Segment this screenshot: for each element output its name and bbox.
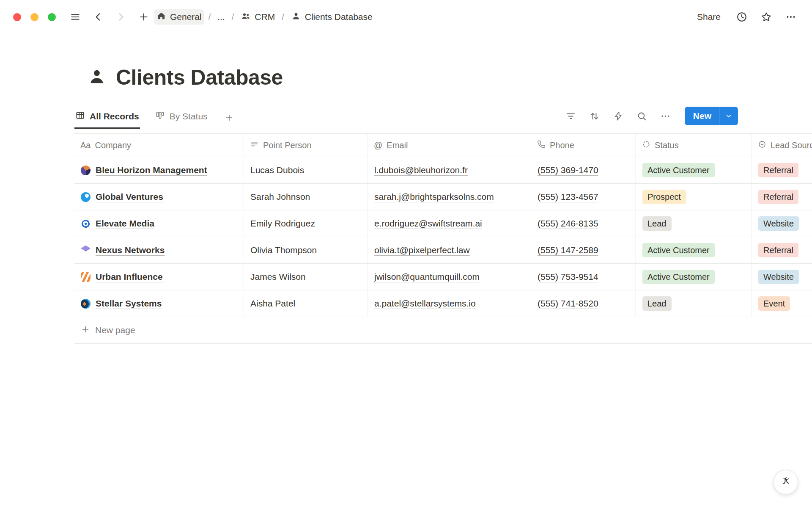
history-icon[interactable] (735, 10, 749, 24)
company-name[interactable]: Stellar Systems (96, 298, 162, 309)
company-cell[interactable]: Elevate Media (74, 210, 244, 237)
point-person-cell[interactable]: Lucas Dubois (244, 157, 368, 183)
filter-icon[interactable] (564, 109, 578, 123)
point-person-cell[interactable]: Emily Rodriguez (244, 210, 368, 237)
status-cell[interactable]: Active Customer (636, 237, 752, 263)
phone-cell[interactable]: (555) 369-1470 (531, 157, 636, 183)
new-button[interactable]: New (685, 107, 719, 125)
email-cell[interactable]: jwilson@quantumquill.com (368, 264, 531, 290)
close-window-button[interactable] (13, 13, 21, 21)
status-tag[interactable]: Active Customer (642, 163, 715, 177)
email-cell[interactable]: l.dubois@bleuhorizon.fr (368, 157, 531, 183)
lead-source-cell[interactable]: Referral (752, 237, 812, 263)
status-cell[interactable]: Lead (636, 210, 752, 237)
more-options-icon[interactable] (784, 10, 798, 24)
email[interactable]: sarah.j@brightsparksolns.com (374, 192, 494, 202)
phone-cell[interactable]: (555) 147-2589 (531, 237, 636, 263)
phone[interactable]: (555) 123-4567 (538, 192, 598, 202)
company-cell[interactable]: Global Ventures (74, 184, 244, 210)
lead-source-tag[interactable]: Referral (758, 163, 798, 177)
column-header-phone[interactable]: Phone (531, 134, 636, 157)
lead-source-cell[interactable]: Website (752, 210, 812, 237)
point-person-cell[interactable]: Sarah Johnson (244, 184, 368, 210)
company-cell[interactable]: Nexus Networks (74, 237, 244, 263)
sort-icon[interactable] (587, 109, 602, 123)
favorite-icon[interactable] (760, 10, 773, 24)
lead-source-tag[interactable]: Website (758, 270, 799, 284)
company-name[interactable]: Global Ventures (96, 192, 163, 202)
column-header-email[interactable]: @ Email (368, 134, 531, 157)
email[interactable]: a.patel@stellarsystems.io (374, 298, 476, 309)
phone[interactable]: (555) 369-1470 (538, 165, 598, 175)
company-name[interactable]: Urban Influence (96, 272, 163, 282)
email[interactable]: l.dubois@bleuhorizon.fr (374, 165, 468, 175)
lead-source-tag[interactable]: Referral (758, 243, 798, 257)
phone[interactable]: (555) 246-8135 (538, 218, 598, 229)
status-cell[interactable]: Active Customer (636, 157, 752, 183)
new-button-dropdown[interactable] (719, 107, 738, 125)
lead-source-cell[interactable]: Event (752, 290, 812, 317)
tab-by-status[interactable]: By Status (154, 107, 208, 129)
company-cell[interactable]: Stellar Systems (74, 290, 244, 317)
column-header-lead-source[interactable]: Lead Source (752, 134, 812, 157)
lead-source-tag[interactable]: Referral (758, 190, 798, 204)
phone[interactable]: (555) 741-8520 (538, 298, 598, 309)
column-header-status[interactable]: Status (636, 134, 752, 157)
status-tag[interactable]: Lead (642, 216, 672, 231)
breadcrumb-ellipsis[interactable]: ... (215, 10, 228, 24)
tab-all-records[interactable]: All Records (74, 107, 140, 129)
company-cell[interactable]: Bleu Horizon Management (74, 157, 244, 183)
status-tag[interactable]: Prospect (642, 190, 686, 204)
forward-icon[interactable] (114, 10, 128, 24)
point-person-cell[interactable]: Olivia Thompson (244, 237, 368, 263)
company-cell[interactable]: Urban Influence (74, 264, 244, 290)
page-icon[interactable] (87, 67, 107, 88)
lead-source-tag[interactable]: Event (758, 296, 790, 311)
zoom-window-button[interactable] (48, 13, 56, 21)
share-button[interactable]: Share (694, 10, 724, 24)
email-cell[interactable]: olivia.t@pixelperfect.law (368, 237, 531, 263)
company-name[interactable]: Nexus Networks (96, 245, 165, 255)
point-person-cell[interactable]: Aisha Patel (244, 290, 368, 317)
new-tab-icon[interactable] (137, 10, 151, 24)
menu-icon[interactable] (69, 10, 82, 24)
lead-source-tag[interactable]: Website (758, 216, 799, 231)
phone-cell[interactable]: (555) 753-9514 (531, 264, 636, 290)
status-tag[interactable]: Lead (642, 296, 672, 311)
phone[interactable]: (555) 753-9514 (538, 272, 598, 282)
add-view-button[interactable] (223, 110, 236, 129)
breadcrumb-crm[interactable]: CRM (238, 9, 277, 25)
email-cell[interactable]: sarah.j@brightsparksolns.com (368, 184, 531, 210)
ai-assistant-button[interactable] (774, 470, 798, 494)
breadcrumb-general[interactable]: General (154, 9, 204, 25)
point-person-cell[interactable]: James Wilson (244, 264, 368, 290)
column-header-point-person[interactable]: Point Person (244, 134, 368, 157)
status-tag[interactable]: Active Customer (642, 270, 715, 284)
search-icon[interactable] (635, 109, 649, 123)
status-tag[interactable]: Active Customer (642, 243, 715, 257)
lead-source-cell[interactable]: Referral (752, 184, 812, 210)
company-name[interactable]: Bleu Horizon Management (96, 165, 207, 175)
email-cell[interactable]: a.patel@stellarsystems.io (368, 290, 531, 317)
minimize-window-button[interactable] (30, 13, 38, 21)
email[interactable]: e.rodriguez@swiftstream.ai (374, 218, 482, 229)
phone-cell[interactable]: (555) 123-4567 (531, 184, 636, 210)
company-name[interactable]: Elevate Media (96, 218, 154, 229)
phone-cell[interactable]: (555) 246-8135 (531, 210, 636, 237)
column-header-company[interactable]: Aa Company (74, 134, 244, 157)
email[interactable]: jwilson@quantumquill.com (374, 272, 480, 282)
phone-cell[interactable]: (555) 741-8520 (531, 290, 636, 317)
lead-source-cell[interactable]: Referral (752, 157, 812, 183)
email[interactable]: olivia.t@pixelperfect.law (374, 245, 470, 255)
status-cell[interactable]: Prospect (636, 184, 752, 210)
breadcrumb-clients-database[interactable]: Clients Database (288, 9, 375, 25)
phone[interactable]: (555) 147-2589 (538, 245, 598, 255)
status-cell[interactable]: Lead (636, 290, 752, 317)
view-more-icon[interactable] (658, 109, 673, 123)
back-icon[interactable] (91, 10, 105, 24)
status-cell[interactable]: Active Customer (636, 264, 752, 290)
automation-icon[interactable] (611, 109, 625, 123)
email-cell[interactable]: e.rodriguez@swiftstream.ai (368, 210, 531, 237)
new-page-row[interactable]: New page (74, 317, 812, 344)
lead-source-cell[interactable]: Website (752, 264, 812, 290)
